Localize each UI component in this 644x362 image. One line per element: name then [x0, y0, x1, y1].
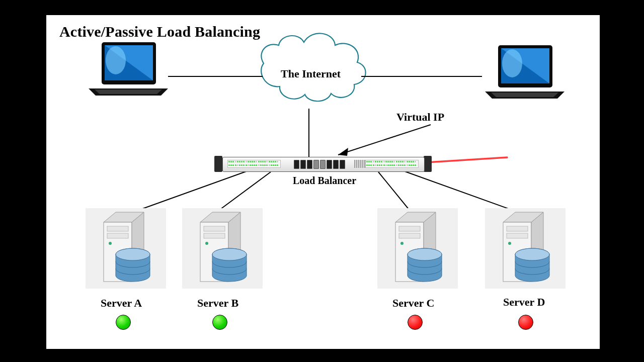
svg-point-28 — [116, 248, 150, 260]
svg-point-4 — [106, 46, 126, 74]
svg-marker-14 — [338, 148, 348, 156]
svg-point-36 — [212, 248, 247, 260]
svg-rect-47 — [507, 226, 528, 231]
svg-point-52 — [515, 248, 549, 260]
svg-point-41 — [400, 242, 404, 245]
load-balancer-icon — [222, 157, 424, 172]
diagram-title: Active/Passive Load Balancing — [59, 23, 260, 40]
server-b-status-icon — [212, 315, 227, 330]
server-d-icon — [485, 208, 566, 294]
client-laptop-right-icon — [482, 43, 568, 102]
svg-rect-31 — [204, 226, 225, 231]
server-b-label: Server B — [197, 297, 238, 310]
svg-rect-24 — [107, 233, 128, 238]
svg-point-33 — [205, 242, 208, 245]
svg-line-13 — [338, 125, 431, 155]
svg-rect-23 — [107, 226, 128, 231]
svg-line-19 — [427, 157, 507, 162]
server-c-label: Server C — [392, 297, 434, 310]
server-a-status-icon — [116, 315, 131, 330]
svg-rect-39 — [399, 226, 420, 231]
server-b-icon — [182, 208, 263, 294]
client-laptop-left-icon — [86, 40, 171, 99]
svg-marker-1 — [95, 89, 162, 94]
svg-point-44 — [408, 248, 442, 260]
svg-rect-40 — [399, 233, 420, 238]
svg-marker-6 — [491, 93, 558, 97]
server-d-status-icon — [518, 315, 533, 330]
virtual-ip-label: Virtual IP — [396, 111, 444, 124]
svg-point-25 — [109, 242, 112, 245]
svg-rect-48 — [507, 233, 528, 238]
load-balancer-label: Load Balancer — [293, 175, 356, 187]
svg-point-49 — [508, 242, 511, 245]
server-a-label: Server A — [101, 297, 142, 310]
server-c-status-icon — [408, 315, 423, 330]
server-a-icon — [86, 208, 166, 294]
server-c-icon — [377, 208, 458, 294]
server-d-label: Server D — [503, 296, 545, 309]
diagram-canvas: Active/Passive Load Balancing — [45, 14, 601, 350]
svg-point-9 — [502, 49, 522, 77]
internet-cloud-label: The Internet — [281, 67, 341, 80]
svg-rect-32 — [204, 233, 225, 238]
